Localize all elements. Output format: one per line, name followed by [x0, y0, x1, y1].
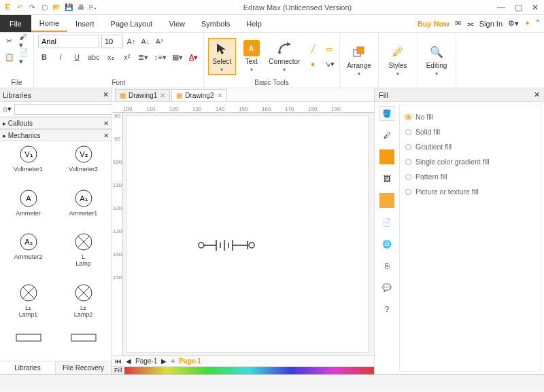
select-tool[interactable]: Select▾ — [208, 38, 236, 75]
minimize-button[interactable]: — — [497, 3, 505, 12]
tab-page-layout[interactable]: Page Layout — [103, 15, 161, 32]
copy-icon[interactable]: 📋 — [3, 51, 16, 63]
close-icon[interactable]: ✕ — [217, 92, 222, 99]
page-tab-1[interactable]: Page-1 — [135, 357, 157, 365]
connector-tool[interactable]: Connector▾ — [267, 39, 302, 74]
more-shapes-icon[interactable]: ↘▾ — [323, 58, 335, 70]
shape-item[interactable]: L₂Lamp2 — [58, 283, 109, 332]
fill-bucket-icon[interactable]: 🪣 — [379, 106, 394, 121]
shape-item[interactable]: V₂Voltmeter2 — [58, 144, 109, 187]
open-icon[interactable]: 📂 — [52, 3, 61, 12]
section-mechanics[interactable]: ▸ Mechanics✕ — [0, 129, 112, 141]
italic-button[interactable]: I — [54, 51, 67, 63]
file-menu[interactable]: File — [0, 15, 31, 32]
shape-item[interactable]: LLamp — [58, 232, 109, 281]
increase-font-icon[interactable]: A↑ — [125, 35, 137, 48]
collapse-ribbon-icon[interactable]: ˄ — [536, 19, 540, 28]
fill-option[interactable]: Solid fill — [403, 124, 538, 139]
bold-button[interactable]: B — [38, 51, 50, 63]
section-callouts[interactable]: ▸ Callouts✕ — [0, 117, 112, 129]
first-page-icon[interactable]: ⏮ — [115, 357, 122, 365]
add-page-icon[interactable]: + — [171, 357, 175, 365]
text-tool[interactable]: A Text▾ — [238, 39, 265, 74]
shape-item[interactable]: A₁Ammeter1 — [58, 188, 109, 231]
fill-option[interactable]: Picture or texture fill — [403, 184, 538, 199]
arrange-tool[interactable]: Arrange▾ — [344, 43, 374, 78]
libraries-close-icon[interactable]: ✕ — [103, 90, 109, 99]
undo-icon[interactable]: ↶ — [15, 3, 24, 12]
tab-insert[interactable]: Insert — [67, 15, 103, 32]
fill-option[interactable]: Gradient fill — [403, 139, 538, 154]
superscript-button[interactable]: x² — [121, 51, 133, 63]
close-icon[interactable]: ✕ — [160, 92, 165, 99]
cut-icon[interactable]: ✂ — [3, 35, 16, 47]
tab-file-recovery[interactable]: File Recovery — [56, 361, 112, 374]
shape-item[interactable]: V₁Voltmeter1 — [3, 144, 54, 187]
page-icon[interactable]: 📄 — [379, 215, 394, 230]
underline-button[interactable]: U — [71, 51, 83, 63]
community-icon[interactable]: ✦ — [524, 19, 530, 28]
tab-home[interactable]: Home — [31, 15, 67, 32]
shape-item[interactable]: AAmmeter — [3, 188, 54, 231]
paste-icon[interactable]: 📄▾ — [18, 51, 31, 63]
decrease-font-icon[interactable]: A↓ — [139, 35, 152, 48]
fill-option[interactable]: Single color gradient fill — [403, 154, 538, 169]
save-icon[interactable]: 💾 — [64, 3, 73, 12]
new-icon[interactable]: ▢ — [39, 3, 49, 12]
globe-icon[interactable]: 🌐 — [379, 236, 394, 251]
color-strip[interactable]: Fill — [112, 366, 374, 374]
line-style-icon[interactable]: 🖊 — [379, 128, 394, 143]
buy-now-link[interactable]: Buy Now — [418, 20, 449, 28]
shape-item[interactable] — [3, 333, 54, 358]
font-name-select[interactable] — [38, 35, 99, 48]
clear-format-icon[interactable]: Aˣ — [154, 35, 166, 48]
prev-page-icon[interactable]: ◀ — [126, 357, 131, 365]
font-size-select[interactable] — [101, 35, 123, 48]
highlight-button[interactable]: ▦▾ — [171, 51, 184, 63]
comment-icon[interactable]: 💬 — [379, 280, 394, 295]
tab-symbols[interactable]: Symbols — [193, 15, 238, 32]
styles-tool[interactable]: 🖉 Styles▾ — [383, 43, 413, 78]
close-button[interactable]: ✕ — [532, 3, 539, 12]
image-fill-icon[interactable]: 🖼 — [379, 171, 394, 186]
format-painter-icon[interactable]: 🖌▾ — [18, 35, 31, 47]
line-spacing-button[interactable]: ↕≡▾ — [154, 51, 167, 63]
shape-item[interactable]: L₁Lamp1 — [3, 283, 54, 332]
line-shape-icon[interactable]: ╱ — [307, 43, 319, 55]
feedback-icon[interactable]: ✉ — [455, 19, 461, 28]
page-bar: ⏮ ◀ Page-1 ▶ + Page-1 — [112, 355, 374, 366]
shape-item[interactable]: A₂Ammeter2 — [3, 232, 54, 281]
fill-option[interactable]: No fill — [403, 109, 538, 124]
ellipse-shape-icon[interactable]: ● — [307, 58, 319, 70]
tab-help[interactable]: Help — [238, 15, 270, 32]
maximize-button[interactable]: ▢ — [515, 3, 522, 12]
subscript-button[interactable]: x₂ — [105, 51, 117, 63]
gear-icon[interactable]: ⚙▾ — [508, 19, 519, 28]
next-page-icon[interactable]: ▶ — [161, 357, 167, 365]
theme-icon[interactable] — [379, 193, 394, 208]
font-color-button[interactable]: A▾ — [188, 51, 200, 63]
drawing-canvas[interactable] — [126, 115, 369, 353]
fill-option[interactable]: Pattern fill — [403, 169, 538, 184]
rect-shape-icon[interactable]: ▭ — [323, 43, 335, 55]
doc-tab-2[interactable]: ▦Drawing2✕ — [171, 89, 226, 101]
fill-panel-close-icon[interactable]: ✕ — [534, 90, 540, 99]
strike-button[interactable]: abc — [87, 51, 101, 63]
help-icon[interactable]: ? — [379, 302, 394, 317]
page-tab-active[interactable]: Page-1 — [179, 357, 201, 365]
editing-tool[interactable]: 🔍 Editing▾ — [422, 43, 452, 78]
sign-in-link[interactable]: Sign In — [479, 20, 503, 28]
print-icon[interactable]: 🖶 — [76, 3, 86, 12]
circuit-symbol[interactable] — [126, 116, 368, 352]
doc-tab-1[interactable]: ▦Drawing1✕ — [115, 89, 170, 101]
export-icon[interactable]: ⎘ — [379, 258, 394, 273]
library-home-icon[interactable]: ⌂▾ — [3, 105, 12, 113]
solid-color-icon[interactable] — [379, 149, 394, 164]
tab-libraries[interactable]: Libraries — [0, 361, 56, 374]
tab-view[interactable]: View — [160, 15, 193, 32]
bullets-button[interactable]: ≣▾ — [137, 51, 150, 63]
export-icon[interactable]: ⎘▾ — [88, 3, 98, 12]
redo-icon[interactable]: ↷ — [27, 3, 37, 12]
share-icon[interactable]: ⫘ — [466, 20, 474, 28]
shape-item[interactable] — [58, 333, 109, 358]
